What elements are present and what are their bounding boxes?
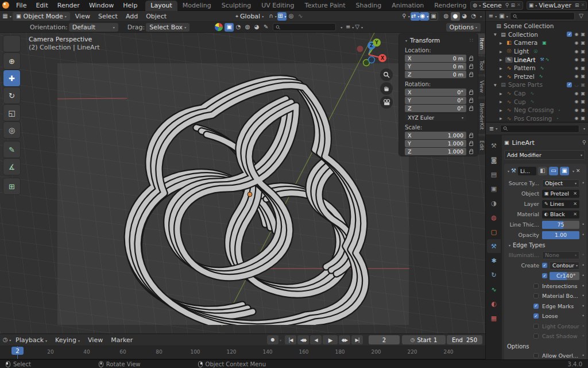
pretzel-knot-object[interactable]: [57, 63, 409, 325]
animate-dot[interactable]: •: [582, 353, 585, 358]
view-layer-selector[interactable]: ▣ ▾ ViewLayer ⊞ ✕: [527, 1, 587, 10]
menu-help[interactable]: Help: [118, 2, 142, 9]
lock-icon[interactable]: [469, 143, 473, 146]
menu-playback[interactable]: Playback▾: [11, 336, 51, 344]
tab-output[interactable]: ▤: [487, 167, 501, 181]
close-icon[interactable]: ✕: [576, 168, 581, 174]
outliner-search-input[interactable]: [517, 13, 572, 20]
copy-icon[interactable]: ⊞: [510, 3, 515, 8]
next-keyframe-button[interactable]: ◆▶: [339, 335, 350, 344]
tab-layout[interactable]: Layout: [145, 1, 177, 11]
layer-field[interactable]: ✎Lines✕: [542, 200, 579, 208]
transform-panel-header[interactable]: ▾ Transform ∷: [399, 36, 478, 44]
gizmo-neg-z[interactable]: [369, 57, 375, 63]
animate-dot[interactable]: •: [582, 304, 585, 309]
tool-scale[interactable]: ◱: [3, 105, 20, 121]
toggle-editmode-display[interactable]: ◧: [538, 167, 547, 175]
outliner-row-pos-crossing[interactable]: ▶∿Pos Crossing•◉▣: [486, 114, 588, 123]
tool-select-box[interactable]: [3, 36, 20, 52]
tab-uv-editing[interactable]: UV Editing: [256, 1, 299, 11]
rotation-z-field[interactable]: Z0°: [405, 105, 466, 112]
jump-to-start-button[interactable]: |◀: [285, 335, 296, 344]
tab-modeling[interactable]: Modeling: [177, 1, 216, 11]
toggle-viewport-display[interactable]: ▭: [549, 167, 558, 175]
lock-icon[interactable]: [469, 91, 473, 95]
menu-render[interactable]: Render: [53, 2, 84, 9]
drag-dropdown[interactable]: Select Box▾: [146, 23, 189, 32]
tab-material[interactable]: ◐: [487, 297, 501, 310]
tool-search[interactable]: [273, 23, 336, 31]
mode-selector[interactable]: ▣Object Mode▾: [13, 12, 70, 21]
hide-icon-closed[interactable]: ◡: [574, 82, 578, 87]
menu-add[interactable]: Add: [122, 13, 142, 20]
menu-file[interactable]: File: [11, 2, 31, 9]
tab-rendering[interactable]: Rendering: [429, 1, 467, 11]
hide-icon[interactable]: ◉: [574, 91, 578, 96]
editor-type-button[interactable]: ▦▾: [2, 12, 11, 21]
loose-checkbox[interactable]: [533, 313, 539, 319]
playhead[interactable]: 2: [11, 347, 24, 355]
proportional-editing[interactable]: ◎: [287, 12, 296, 21]
auto-keying-button[interactable]: ●: [267, 335, 278, 344]
view-object-types[interactable]: ⚲▾: [401, 12, 411, 21]
current-frame-field[interactable]: 2: [369, 335, 400, 344]
shading-rendered[interactable]: ◔: [469, 12, 478, 21]
timeline-ruler[interactable]: 2 20 40 60 80 100 120 140 160 180 200 22…: [0, 346, 485, 359]
lock-icon[interactable]: [469, 74, 473, 77]
close-icon[interactable]: ✕: [581, 3, 585, 7]
brush-icon[interactable]: ✎: [261, 23, 270, 32]
lock-icon[interactable]: [469, 108, 473, 111]
edge-types-section-header[interactable]: ▾Edge Types: [507, 242, 585, 248]
play-button[interactable]: ▶: [323, 335, 338, 344]
tab-physics[interactable]: ↻: [487, 268, 501, 282]
outliner-row-spare-parts[interactable]: ▼▤Spare Parts◡▣: [486, 80, 588, 89]
menu-edit[interactable]: Edit: [31, 2, 52, 9]
hide-icon[interactable]: ◉: [574, 66, 578, 71]
hide-icon[interactable]: ◉: [574, 57, 578, 62]
blender-logo-icon[interactable]: [2, 2, 9, 9]
hide-icon[interactable]: ◉: [574, 99, 578, 104]
lock-icon[interactable]: [469, 66, 473, 69]
scene-selector[interactable]: ◍ ▾ Scene ⚲ ⊞ ✕: [470, 1, 523, 10]
location-x-field[interactable]: X0 m: [405, 55, 466, 62]
snap-dropdown[interactable]: ∩▾: [268, 12, 277, 21]
outliner-row-lineart[interactable]: ▶✎LineArt⚒∿◉▣: [486, 55, 588, 64]
tab-view[interactable]: View: [478, 76, 485, 97]
shading-material[interactable]: ◕: [460, 12, 469, 21]
tab-shading[interactable]: Shading: [351, 1, 387, 11]
search-dropdown[interactable]: ▾: [336, 23, 345, 32]
navigation-gizmo[interactable]: Z Y X: [356, 36, 392, 71]
animate-dot[interactable]: •: [582, 232, 585, 237]
outliner-row-pretzel[interactable]: ▶∿Pretzel∿◉▣: [486, 72, 588, 81]
add-modifier-button[interactable]: Add Modifier▾: [504, 150, 585, 160]
animate-dot[interactable]: •: [582, 283, 585, 289]
display-mode-dropdown[interactable]: ≡▾: [345, 23, 354, 32]
contour-type-dropdown[interactable]: Contour▾: [550, 262, 579, 270]
tool-move[interactable]: ✚: [3, 70, 20, 86]
tab-scene[interactable]: ◑: [487, 196, 501, 210]
menu-view[interactable]: View: [71, 13, 94, 20]
opacity-slider[interactable]: 1.00: [542, 231, 579, 239]
tab-blenderkit[interactable]: BlenderKit: [478, 99, 485, 134]
outliner-search[interactable]: [510, 12, 575, 20]
crease-threshold-slider[interactable]: Cr140°: [550, 272, 579, 280]
tab-texture[interactable]: ▦: [487, 311, 501, 325]
animate-dot[interactable]: •: [582, 263, 585, 268]
render-visibility-icon[interactable]: ▣: [581, 108, 585, 113]
render-visibility-icon[interactable]: ▣: [581, 99, 585, 104]
pin-icon[interactable]: ⚲: [582, 140, 586, 145]
scale-x-field[interactable]: X1.000: [405, 132, 466, 139]
animate-dot[interactable]: •: [582, 222, 585, 227]
show-overlays[interactable]: ◉▾: [420, 12, 429, 21]
tab-world[interactable]: ◍: [487, 210, 501, 224]
zoom-button[interactable]: [380, 68, 393, 81]
hide-icon[interactable]: ◉: [574, 116, 578, 121]
allow-overlap-checkbox[interactable]: [533, 353, 539, 358]
hide-icon[interactable]: ◉: [574, 40, 578, 45]
frame-start-field[interactable]: ◷Start1: [402, 335, 446, 344]
texture-mask-icon[interactable]: ◔: [234, 23, 243, 32]
animate-dot[interactable]: •: [582, 293, 585, 298]
tab-render[interactable]: ◙: [487, 153, 501, 167]
hide-icon[interactable]: ◉: [574, 49, 578, 54]
outliner-scene-mode[interactable]: ▣▾: [499, 12, 508, 21]
